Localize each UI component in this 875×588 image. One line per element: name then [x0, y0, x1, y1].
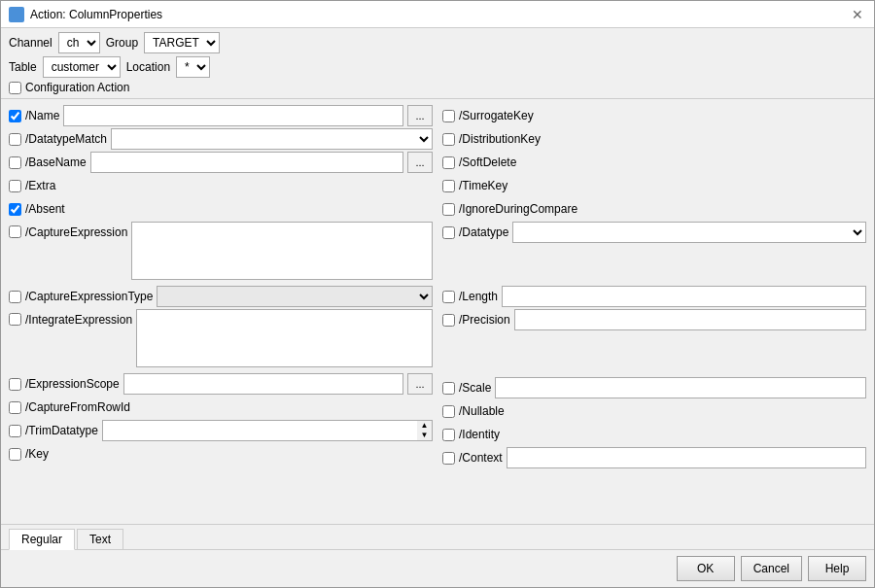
bottom-bar: OK Cancel Help	[1, 549, 874, 587]
context-row: /Context	[442, 447, 866, 468]
length-row: /Length	[442, 286, 866, 307]
spinner-down-button[interactable]: ▼	[417, 431, 432, 440]
key-checkbox[interactable]	[9, 448, 21, 461]
datatype-match-label: /DatatypeMatch	[25, 132, 107, 146]
capture-expr-type-select[interactable]	[157, 286, 433, 307]
expr-scope-input[interactable]	[123, 373, 403, 395]
location-select[interactable]: *	[176, 56, 210, 78]
config-action-checkbox[interactable]	[9, 82, 21, 94]
scale-label: /Scale	[459, 381, 491, 395]
left-column: /Name C_SOCIAL_SECURITY_ID ... /Datatype…	[9, 105, 433, 518]
context-checkbox[interactable]	[442, 452, 455, 465]
toolbar: Channel ch Group TARGET Table customer L…	[1, 28, 874, 99]
integrate-expr-checkbox[interactable]	[9, 313, 21, 326]
table-select[interactable]: customer	[43, 56, 121, 78]
help-button[interactable]: Help	[808, 556, 866, 581]
dialog: Action: ColumnProperties ✕ Channel ch Gr…	[0, 0, 875, 588]
surrogate-key-checkbox[interactable]	[442, 110, 455, 122]
capture-row-id-checkbox[interactable]	[9, 401, 21, 414]
trim-datatype-spinner[interactable]: ▲ ▼	[102, 420, 433, 441]
expr-scope-checkbox[interactable]	[9, 378, 21, 391]
extra-checkbox[interactable]	[9, 180, 21, 192]
datatype-match-select[interactable]	[111, 128, 433, 150]
absent-checkbox[interactable]	[9, 203, 21, 216]
ok-button[interactable]: OK	[677, 556, 735, 581]
length-label: /Length	[459, 290, 498, 303]
name-input[interactable]: C_SOCIAL_SECURITY_ID	[63, 105, 403, 126]
basename-checkbox[interactable]	[9, 156, 21, 169]
expr-scope-ellipsis-button[interactable]: ...	[407, 373, 433, 395]
ignore-during-compare-checkbox[interactable]	[442, 203, 455, 216]
datatype-match-checkbox[interactable]	[9, 133, 21, 146]
capture-expr-checkbox[interactable]	[9, 225, 21, 238]
capture-expr-type-checkbox[interactable]	[9, 291, 21, 303]
group-select[interactable]: TARGET	[144, 32, 220, 53]
tab-text[interactable]: Text	[77, 529, 123, 549]
basename-row: /BaseName ...	[9, 152, 433, 173]
content: /Name C_SOCIAL_SECURITY_ID ... /Datatype…	[1, 99, 874, 524]
extra-label: /Extra	[25, 179, 55, 192]
basename-ellipsis-button[interactable]: ...	[407, 152, 433, 173]
group-label: Group	[106, 36, 138, 50]
app-icon	[9, 7, 24, 22]
capture-row-id-label: /CaptureFromRowId	[25, 400, 130, 414]
time-key-checkbox[interactable]	[442, 180, 455, 192]
spinner-up-button[interactable]: ▲	[417, 421, 432, 431]
context-label: /Context	[459, 451, 503, 465]
form-grid: /Name C_SOCIAL_SECURITY_ID ... /Datatype…	[9, 105, 866, 518]
scale-checkbox[interactable]	[442, 382, 455, 395]
integrate-expr-label: /IntegrateExpression	[25, 313, 132, 327]
spacer-2	[442, 332, 866, 375]
tab-bar: Regular Text	[1, 524, 874, 549]
ignore-during-compare-row: /IgnoreDuringCompare	[442, 198, 866, 220]
nullable-row: /Nullable	[442, 400, 866, 422]
dialog-title: Action: ColumnProperties	[30, 8, 162, 21]
absent-label: /Absent	[25, 202, 65, 216]
distribution-key-label: /DistributionKey	[459, 132, 541, 146]
datatype-select[interactable]	[512, 222, 866, 243]
context-input[interactable]	[507, 447, 866, 468]
trim-datatype-row: /TrimDatatype ▲ ▼	[9, 420, 433, 441]
ignore-during-compare-label: /IgnoreDuringCompare	[459, 202, 578, 216]
name-row: /Name C_SOCIAL_SECURITY_ID ...	[9, 105, 433, 126]
key-row: /Key	[9, 443, 433, 465]
soft-delete-checkbox[interactable]	[442, 156, 455, 169]
basename-label: /BaseName	[25, 156, 87, 169]
capture-expr-textarea[interactable]	[131, 222, 433, 280]
datatype-row: /Datatype	[442, 222, 866, 243]
name-checkbox[interactable]	[9, 110, 21, 122]
precision-checkbox[interactable]	[442, 314, 455, 327]
close-button[interactable]: ✕	[849, 6, 866, 23]
surrogate-key-row: /SurrogateKey	[442, 105, 866, 126]
table-label: Table	[9, 60, 37, 74]
identity-checkbox[interactable]	[442, 429, 455, 441]
trim-datatype-checkbox[interactable]	[9, 425, 21, 437]
time-key-label: /TimeKey	[459, 179, 508, 192]
trim-datatype-input[interactable]	[102, 420, 417, 441]
basename-input[interactable]	[90, 152, 403, 173]
length-checkbox[interactable]	[442, 291, 455, 303]
time-key-row: /TimeKey	[442, 175, 866, 196]
scale-row: /Scale	[442, 377, 866, 398]
cancel-button[interactable]: Cancel	[741, 556, 802, 581]
name-label: /Name	[25, 109, 59, 122]
soft-delete-row: /SoftDelete	[442, 152, 866, 173]
channel-select[interactable]: ch	[58, 32, 100, 53]
identity-row: /Identity	[442, 424, 866, 445]
precision-input[interactable]	[514, 309, 866, 330]
datatype-checkbox[interactable]	[442, 226, 455, 239]
name-ellipsis-button[interactable]: ...	[407, 105, 433, 126]
length-input[interactable]	[502, 286, 866, 307]
scale-input[interactable]	[495, 377, 866, 398]
distribution-key-checkbox[interactable]	[442, 133, 455, 146]
integrate-expr-textarea[interactable]	[136, 309, 433, 367]
tab-regular[interactable]: Regular	[9, 529, 75, 550]
spinner-buttons: ▲ ▼	[417, 420, 433, 441]
surrogate-key-label: /SurrogateKey	[459, 109, 534, 122]
capture-expr-type-label: /CaptureExpressionType	[25, 290, 153, 303]
nullable-checkbox[interactable]	[442, 405, 455, 418]
config-action-label: Configuration Action	[25, 81, 129, 94]
trim-datatype-label: /TrimDatatype	[25, 424, 98, 437]
toolbar-row-1: Channel ch Group TARGET	[9, 32, 866, 53]
capture-row-id-row: /CaptureFromRowId	[9, 397, 433, 418]
